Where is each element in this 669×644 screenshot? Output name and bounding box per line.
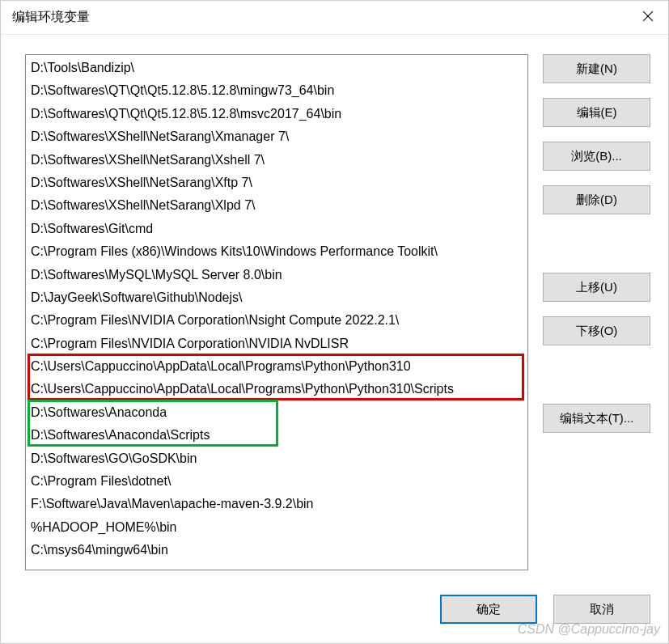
path-item[interactable]: D:\JayGeek\Software\Github\Nodejs\	[26, 286, 527, 309]
close-button[interactable]	[642, 11, 657, 25]
path-item[interactable]: D:\Softwares\XShell\NetSarang\Xmanager 7…	[26, 125, 527, 148]
path-item[interactable]: D:\Softwares\GO\GoSDK\bin	[26, 447, 527, 470]
edit-text-button[interactable]: 编辑文本(T)...	[543, 404, 650, 433]
path-list[interactable]: D:\Tools\Bandizip\D:\Softwares\QT\Qt\Qt5…	[26, 55, 527, 570]
path-item[interactable]: D:\Tools\Bandizip\	[26, 57, 527, 79]
path-item[interactable]: %HADOOP_HOME%\bin	[26, 516, 527, 539]
title-bar: 编辑环境变量	[1, 1, 668, 35]
cancel-button[interactable]: 取消	[553, 595, 650, 624]
dialog-footer: 确定 取消 CSDN @Cappuccino-jay	[1, 587, 668, 643]
path-item[interactable]: C:\Program Files\NVIDIA Corporation\NVID…	[26, 333, 527, 355]
path-item[interactable]: C:\Program Files\NVIDIA Corporation\Nsig…	[26, 309, 527, 332]
edit-button[interactable]: 编辑(E)	[543, 98, 650, 127]
path-item[interactable]: C:\msys64\mingw64\bin	[26, 539, 527, 561]
path-item[interactable]: C:\Users\Cappuccino\AppData\Local\Progra…	[26, 355, 527, 378]
path-item[interactable]: D:\Softwares\Git\cmd	[26, 218, 527, 240]
path-item[interactable]: D:\Softwares\XShell\NetSarang\Xftp 7\	[26, 172, 527, 194]
path-item[interactable]: D:\Softwares\Anaconda\Scripts	[26, 424, 527, 447]
move-down-button[interactable]: 下移(O)	[543, 316, 650, 345]
content-area: D:\Tools\Bandizip\D:\Softwares\QT\Qt\Qt5…	[1, 35, 668, 587]
path-item[interactable]: D:\Softwares\XShell\NetSarang\Xshell 7\	[26, 149, 527, 172]
path-item[interactable]: D:\Softwares\MySQL\MySQL Server 8.0\bin	[26, 264, 527, 286]
path-item[interactable]: D:\Softwares\Anaconda	[26, 401, 527, 424]
move-up-button[interactable]: 上移(U)	[543, 273, 650, 302]
new-button[interactable]: 新建(N)	[543, 54, 650, 83]
path-list-container: D:\Tools\Bandizip\D:\Softwares\QT\Qt\Qt5…	[25, 54, 528, 570]
path-item[interactable]: F:\Software\Java\Maven\apache-maven-3.9.…	[26, 493, 527, 515]
path-item[interactable]: C:\Program Files\dotnet\	[26, 470, 527, 493]
close-icon	[642, 11, 654, 22]
browse-button[interactable]: 浏览(B)...	[543, 142, 650, 171]
path-item[interactable]: D:\Softwares\XShell\NetSarang\Xlpd 7\	[26, 194, 527, 217]
window-title: 编辑环境变量	[12, 9, 90, 26]
spacer	[543, 360, 650, 389]
delete-button[interactable]: 删除(D)	[543, 185, 650, 214]
path-item[interactable]: C:\Program Files (x86)\Windows Kits\10\W…	[26, 240, 527, 263]
ok-button[interactable]: 确定	[440, 595, 537, 624]
path-item[interactable]: C:\Users\Cappuccino\AppData\Local\Progra…	[26, 378, 527, 400]
watermark-text: CSDN @Cappuccino-jay	[518, 622, 660, 637]
spacer	[543, 229, 650, 258]
path-item[interactable]: D:\Softwares\QT\Qt\Qt5.12.8\5.12.8\mingw…	[26, 79, 527, 102]
side-button-column: 新建(N) 编辑(E) 浏览(B)... 删除(D) 上移(U) 下移(O) 编…	[543, 54, 650, 570]
path-item[interactable]: D:\Softwares\QT\Qt\Qt5.12.8\5.12.8\msvc2…	[26, 103, 527, 125]
dialog-window: 编辑环境变量 D:\Tools\Bandizip\D:\Softwares\QT…	[0, 0, 669, 644]
